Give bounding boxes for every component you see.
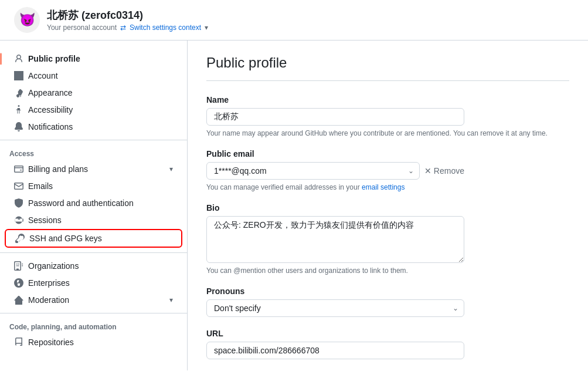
shield-icon xyxy=(14,198,23,208)
main-content: Public profile Name Your name may appear… xyxy=(188,41,588,370)
url-field-group: URL xyxy=(206,329,569,359)
sidebar-item-repositories[interactable]: Repositories xyxy=(5,334,182,350)
bio-hint: You can @mention other users and organiz… xyxy=(206,267,569,275)
pronouns-select[interactable]: Don't specify he/him she/her they/them C… xyxy=(206,299,464,317)
chevron-moderation-icon: ▾ xyxy=(169,296,173,304)
sidebar-item-notifications[interactable]: Notifications xyxy=(5,119,182,135)
remove-label: Remove xyxy=(434,166,464,176)
repo-icon xyxy=(14,338,23,347)
header-info: 北桥苏 (zerofc0314) Your personal account ⇄… xyxy=(47,8,208,32)
email-label: Public email xyxy=(206,149,569,158)
sidebar-label-emails: Emails xyxy=(28,181,53,191)
remove-email-button[interactable]: ✕ Remove xyxy=(424,164,464,178)
sidebar-item-password[interactable]: Password and authentication xyxy=(5,195,182,211)
sidebar-divider-1 xyxy=(0,140,187,140)
moderation-icon xyxy=(14,295,23,305)
sidebar-label-appearance: Appearance xyxy=(28,88,73,97)
sidebar-label-accessibility: Accessibility xyxy=(28,105,73,114)
pronouns-select-wrapper: Don't specify he/him she/her they/them C… xyxy=(206,299,464,317)
name-field-group: Name Your name may appear around GitHub … xyxy=(206,95,569,137)
code-section-label: Code, planning, and automation xyxy=(0,318,187,333)
sidebar-label-notifications: Notifications xyxy=(28,122,73,131)
sidebar-item-enterprises[interactable]: Enterprises xyxy=(5,275,182,291)
x-icon: ✕ xyxy=(424,166,431,176)
person-icon xyxy=(14,54,23,63)
bell-icon xyxy=(14,122,23,131)
name-input[interactable] xyxy=(206,108,464,126)
sidebar-label-billing: Billing and plans xyxy=(28,164,88,174)
email-hint: You can manage verified email addresses … xyxy=(206,183,569,191)
name-label: Name xyxy=(206,95,569,104)
sidebar-label-enterprises: Enterprises xyxy=(28,278,70,288)
page-title: Public profile xyxy=(206,55,569,81)
sidebar-label-account: Account xyxy=(28,71,58,80)
sidebar-item-accessibility[interactable]: Accessibility xyxy=(5,102,182,118)
sidebar-divider-2 xyxy=(0,252,187,253)
mail-icon xyxy=(14,181,23,191)
sidebar-item-billing[interactable]: Billing and plans ▾ xyxy=(5,161,182,177)
sidebar-item-organizations[interactable]: Organizations xyxy=(5,258,182,274)
sidebar-item-public-profile[interactable]: Public profile xyxy=(5,50,182,67)
bio-field-group: Bio 公众号: ZERO开发，致力于为猿友们提供有价值的内容 You can … xyxy=(206,203,569,275)
pronouns-label: Pronouns xyxy=(206,286,569,296)
email-settings-link[interactable]: email settings xyxy=(362,183,405,191)
sidebar-item-appearance[interactable]: Appearance xyxy=(5,85,182,101)
header-subtitle: Your personal account ⇄ Switch settings … xyxy=(47,23,208,32)
org-icon xyxy=(14,261,23,271)
chevron-billing-icon: ▾ xyxy=(169,165,173,173)
header-username: 北桥苏 (zerofc0314) xyxy=(47,8,208,22)
header: 😈 北桥苏 (zerofc0314) Your personal account… xyxy=(0,0,588,41)
url-label: URL xyxy=(206,329,569,338)
broadcast-icon xyxy=(14,215,23,225)
switch-icon: ⇄ xyxy=(120,23,126,32)
access-section-label: Access xyxy=(0,145,187,160)
avatar: 😈 xyxy=(14,7,40,33)
email-select-inner: 1****@qq.com ⌄ xyxy=(206,162,420,180)
sidebar-item-emails[interactable]: Emails xyxy=(5,178,182,194)
sidebar-item-ssh-gpg[interactable]: SSH and GPG keys xyxy=(5,229,182,248)
url-input[interactable] xyxy=(206,342,464,359)
gear-icon xyxy=(14,71,23,80)
sidebar-label-repositories: Repositories xyxy=(28,338,74,347)
sidebar-label-ssh-gpg: SSH and GPG keys xyxy=(29,234,102,243)
sidebar-item-sessions[interactable]: Sessions xyxy=(5,212,182,228)
globe-icon xyxy=(14,278,23,288)
sidebar-label-sessions: Sessions xyxy=(28,215,62,225)
personal-account-label: Your personal account xyxy=(47,23,117,32)
name-hint: Your name may appear around GitHub where… xyxy=(206,129,569,137)
sidebar: Public profile Account Appearance Access… xyxy=(0,41,188,370)
dropdown-arrow: ▾ xyxy=(205,23,208,32)
avatar-emoji: 😈 xyxy=(19,12,35,28)
sidebar-label-moderation: Moderation xyxy=(28,295,69,305)
sidebar-item-account[interactable]: Account xyxy=(5,68,182,84)
paintbrush-icon xyxy=(14,88,23,97)
sidebar-item-moderation[interactable]: Moderation ▾ xyxy=(5,292,182,308)
pronouns-field-group: Pronouns Don't specify he/him she/her th… xyxy=(206,286,569,317)
sidebar-label-organizations: Organizations xyxy=(28,261,79,271)
email-hint-text: You can manage verified email addresses … xyxy=(206,183,362,191)
sidebar-divider-3 xyxy=(0,313,187,313)
sidebar-label-password: Password and authentication xyxy=(28,198,134,208)
email-select[interactable]: 1****@qq.com xyxy=(206,162,420,180)
bio-input[interactable]: 公众号: ZERO开发，致力于为猿友们提供有价值的内容 xyxy=(206,216,464,263)
key-icon xyxy=(15,234,25,243)
sidebar-label-public-profile: Public profile xyxy=(28,54,80,63)
layout: Public profile Account Appearance Access… xyxy=(0,41,588,370)
credit-card-icon xyxy=(14,164,23,174)
accessibility-icon xyxy=(14,105,23,114)
switch-context-link[interactable]: Switch settings context xyxy=(130,23,201,32)
email-select-wrapper: 1****@qq.com ⌄ ✕ Remove xyxy=(206,162,464,180)
bio-label: Bio xyxy=(206,203,569,213)
email-field-group: Public email 1****@qq.com ⌄ ✕ Remove You… xyxy=(206,149,569,191)
